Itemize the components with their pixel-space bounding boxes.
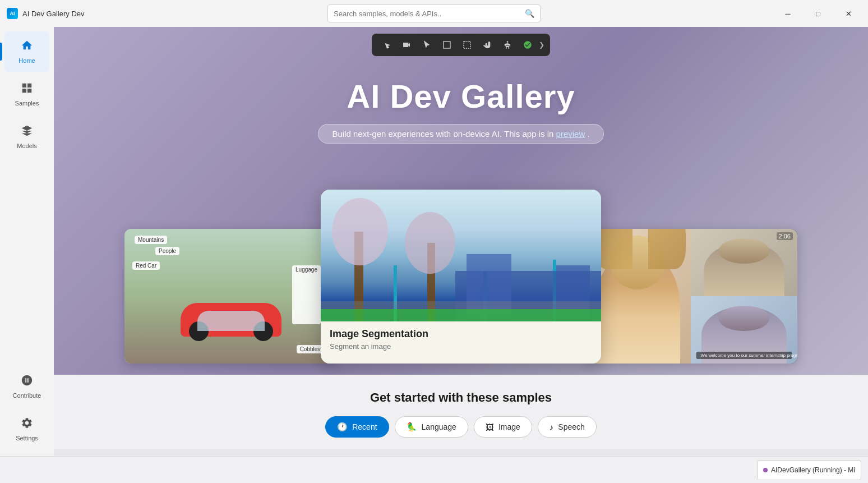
hero-section: ❯ AI Dev Gallery Build next-gen experien… bbox=[54, 27, 868, 375]
hero-subtitle: Build next-gen experiences with on-devic… bbox=[318, 124, 603, 144]
label-luggage: Luggage bbox=[292, 265, 321, 324]
samples-icon bbox=[21, 82, 33, 98]
seg-card-title: Image Segmentation bbox=[330, 328, 592, 340]
svg-point-2 bbox=[507, 41, 509, 43]
vc-caption: We welcome you to our summer internship … bbox=[696, 352, 792, 359]
toolbar-select-rect-btn[interactable] bbox=[458, 37, 476, 53]
hero-cards: Mountains People Red Car Luggage Cobbles… bbox=[54, 184, 868, 375]
seg-card-desc: Segment an image bbox=[330, 342, 592, 351]
toolbar-cursor-btn[interactable] bbox=[418, 37, 436, 53]
close-button[interactable]: ✕ bbox=[835, 4, 861, 22]
hero-card-segmentation[interactable]: Image Segmentation Segment an image bbox=[321, 190, 601, 364]
tab-speech-label: Speech bbox=[558, 422, 584, 431]
sidebar-samples-label: Samples bbox=[15, 100, 39, 107]
seg-image-area bbox=[321, 190, 601, 321]
tab-language[interactable]: 🦜 Language bbox=[395, 416, 468, 438]
speech-tab-icon: ♪ bbox=[550, 422, 554, 432]
floating-toolbar: ❯ bbox=[372, 34, 550, 56]
image-tab-icon: 🖼 bbox=[486, 422, 494, 432]
sidebar-item-home[interactable]: Home bbox=[4, 31, 49, 72]
tab-recent-label: Recent bbox=[352, 422, 377, 431]
svg-rect-1 bbox=[464, 42, 470, 48]
recent-tab-icon: 🕐 bbox=[337, 422, 348, 432]
sidebar-home-label: Home bbox=[19, 57, 35, 64]
taskbar: AIDevGallery (Running) - Mi bbox=[0, 456, 868, 483]
labeled-image-background: Mountains People Red Car Luggage Cobbles… bbox=[124, 229, 338, 364]
language-tab-icon: 🦜 bbox=[407, 422, 417, 432]
toolbar-accessibility-btn[interactable] bbox=[498, 37, 516, 53]
app-body: Home Samples Models Contribute Settings bbox=[0, 27, 868, 456]
section-title: Get started with these samples bbox=[76, 390, 846, 405]
settings-icon bbox=[21, 417, 33, 433]
toolbar-pointer-btn[interactable] bbox=[377, 37, 395, 53]
label-mountains: Mountains bbox=[135, 236, 167, 244]
tab-recent[interactable]: 🕐 Recent bbox=[325, 416, 389, 438]
sidebar-settings-label: Settings bbox=[16, 435, 38, 441]
sidebar-item-contribute[interactable]: Contribute bbox=[4, 366, 49, 407]
tab-image-label: Image bbox=[498, 422, 520, 431]
sidebar-models-label: Models bbox=[17, 142, 36, 149]
taskbar-running-item[interactable]: AIDevGallery (Running) - Mi bbox=[757, 460, 861, 480]
app-icon: AI bbox=[7, 8, 18, 19]
search-icon: 🔍 bbox=[525, 9, 534, 18]
maximize-button[interactable]: □ bbox=[805, 4, 831, 22]
label-redcar: Red Car bbox=[132, 261, 160, 270]
svg-rect-0 bbox=[444, 42, 450, 48]
content-area: ❯ AI Dev Gallery Build next-gen experien… bbox=[54, 27, 868, 456]
sidebar-item-settings[interactable]: Settings bbox=[4, 409, 49, 449]
contribute-icon bbox=[21, 374, 33, 390]
sidebar-item-models[interactable]: Models bbox=[4, 117, 49, 157]
tab-image[interactable]: 🖼 Image bbox=[474, 416, 532, 438]
taskbar-item-label: AIDevGallery (Running) - Mi bbox=[771, 466, 855, 474]
toolbar-check-btn[interactable] bbox=[519, 37, 537, 53]
toolbar-rect-btn[interactable] bbox=[438, 37, 456, 53]
vc-person-bottom-right: We welcome you to our summer internship … bbox=[691, 296, 797, 364]
hero-title: AI Dev Gallery bbox=[347, 77, 575, 115]
bottom-section: Get started with these samples 🕐 Recent … bbox=[54, 375, 868, 449]
tab-language-label: Language bbox=[422, 422, 456, 431]
seg-card-info: Image Segmentation Segment an image bbox=[321, 321, 601, 364]
taskbar-dot bbox=[763, 468, 768, 472]
vc-timer: 2:06 bbox=[777, 232, 793, 240]
sidebar-contribute-label: Contribute bbox=[13, 392, 41, 399]
window-controls: ─ □ ✕ bbox=[775, 4, 861, 22]
toolbar-collapse-btn[interactable]: ❯ bbox=[539, 41, 544, 49]
label-people: People bbox=[155, 247, 179, 255]
models-icon bbox=[21, 125, 33, 140]
hero-card-labeled-image[interactable]: Mountains People Red Car Luggage Cobbles… bbox=[124, 229, 338, 364]
vc-person-top-right: 2:06 bbox=[691, 229, 797, 296]
preview-link[interactable]: preview bbox=[556, 129, 585, 139]
toolbar-touch-btn[interactable] bbox=[478, 37, 496, 53]
minimize-button[interactable]: ─ bbox=[775, 4, 801, 22]
search-bar[interactable]: 🔍 bbox=[327, 4, 541, 22]
sidebar: Home Samples Models Contribute Settings bbox=[0, 27, 54, 456]
filter-tabs: 🕐 Recent 🦜 Language 🖼 Image ♪ Speech bbox=[76, 416, 846, 438]
sidebar-item-samples[interactable]: Samples bbox=[4, 74, 49, 114]
hero-card-video-call[interactable]: 2:06 We welcome you to our summer intern… bbox=[584, 229, 797, 364]
home-icon bbox=[21, 39, 33, 55]
toolbar-video-btn[interactable] bbox=[398, 37, 415, 53]
title-bar: AI AI Dev Gallery Dev 🔍 ─ □ ✕ bbox=[0, 0, 868, 27]
tab-speech[interactable]: ♪ Speech bbox=[538, 416, 597, 438]
search-input[interactable] bbox=[334, 10, 525, 18]
